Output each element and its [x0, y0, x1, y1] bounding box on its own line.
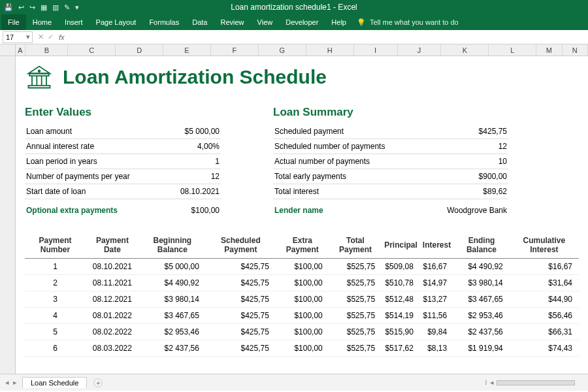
cell[interactable]: $100,00: [276, 324, 329, 340]
ribbon-tab-developer[interactable]: Developer: [279, 14, 325, 30]
cell[interactable]: $100,00: [276, 340, 329, 357]
cell[interactable]: $66,31: [510, 324, 579, 340]
next-sheet-icon[interactable]: ▸: [13, 378, 17, 387]
cell[interactable]: $13,27: [420, 291, 453, 308]
cell[interactable]: $2 437,56: [453, 324, 510, 340]
scroll-left-icon[interactable]: ◂: [490, 378, 494, 387]
ribbon-tab-data[interactable]: Data: [186, 14, 214, 30]
cell[interactable]: $425,75: [206, 340, 276, 357]
cell[interactable]: $425,75: [206, 291, 276, 308]
cell[interactable]: 5: [25, 324, 86, 340]
cell[interactable]: $56,46: [510, 308, 579, 324]
cell[interactable]: $525,75: [329, 324, 382, 340]
table-row[interactable]: 608.03.2022$2 437,56$425,75$100,00$525,7…: [25, 340, 579, 357]
ribbon-tab-page-layout[interactable]: Page Layout: [90, 14, 143, 30]
cell[interactable]: $425,75: [206, 324, 276, 340]
cell[interactable]: $515,90: [382, 324, 420, 340]
col-header[interactable]: L: [489, 44, 536, 56]
col-header[interactable]: C: [68, 44, 116, 56]
brush-icon[interactable]: ✎: [64, 3, 70, 12]
cell[interactable]: $44,90: [510, 291, 579, 308]
cell[interactable]: 3: [25, 291, 86, 308]
cell[interactable]: $2 953,46: [453, 308, 510, 324]
cell[interactable]: $14,97: [420, 275, 453, 291]
cell[interactable]: $1 919,94: [453, 340, 510, 357]
h-scrollbar[interactable]: [497, 380, 575, 385]
cell[interactable]: $2 437,56: [139, 340, 206, 357]
select-all-corner[interactable]: [0, 44, 16, 56]
col-header[interactable]: G: [259, 44, 306, 56]
cell[interactable]: $16,67: [420, 259, 453, 275]
sheet-tab-active[interactable]: Loan Schedule: [22, 377, 87, 388]
formula-input[interactable]: [70, 31, 588, 43]
cancel-icon[interactable]: ✕: [38, 33, 44, 41]
cell[interactable]: 08.12.2021: [86, 291, 139, 308]
cell[interactable]: 08.10.2021: [86, 259, 139, 275]
cell[interactable]: 08.01.2022: [86, 308, 139, 324]
cell[interactable]: $512,48: [382, 291, 420, 308]
cell[interactable]: $525,75: [329, 308, 382, 324]
redo-icon[interactable]: ↪: [29, 3, 35, 12]
cell[interactable]: 2: [25, 275, 86, 291]
col-header[interactable]: A: [16, 44, 26, 56]
cell[interactable]: $100,00: [276, 308, 329, 324]
extra-payments-value[interactable]: $100,00: [191, 206, 220, 215]
cell[interactable]: $3 467,65: [453, 291, 510, 308]
undo-icon[interactable]: ↩: [18, 3, 24, 12]
lender-value[interactable]: Woodgrove Bank: [447, 206, 507, 215]
cell[interactable]: $514,19: [382, 308, 420, 324]
cell[interactable]: $16,67: [510, 259, 579, 275]
ribbon-tab-formulas[interactable]: Formulas: [142, 14, 186, 30]
ribbon-tab-insert[interactable]: Insert: [58, 14, 90, 30]
table-row[interactable]: 108.10.2021$5 000,00$425,75$100,00$525,7…: [25, 259, 579, 275]
cell[interactable]: $3 467,65: [139, 308, 206, 324]
worksheet-canvas[interactable]: Loan Amortization Schedule Enter Values …: [16, 56, 588, 374]
cell[interactable]: $100,00: [276, 291, 329, 308]
table-row[interactable]: 408.01.2022$3 467,65$425,75$100,00$525,7…: [25, 308, 579, 324]
qat-dropdown-icon[interactable]: ▾: [75, 3, 79, 12]
col-header[interactable]: B: [25, 44, 68, 56]
cell[interactable]: $525,75: [329, 259, 382, 275]
cell[interactable]: 6: [25, 340, 86, 357]
cell[interactable]: $8,13: [420, 340, 453, 357]
cell[interactable]: $525,75: [329, 275, 382, 291]
ribbon-tab-review[interactable]: Review: [214, 14, 250, 30]
cell[interactable]: $425,75: [206, 259, 276, 275]
table-row[interactable]: 308.12.2021$3 980,14$425,75$100,00$525,7…: [25, 291, 579, 308]
cell[interactable]: 08.03.2022: [86, 340, 139, 357]
ribbon-tab-home[interactable]: Home: [26, 14, 58, 30]
kv-value[interactable]: 1: [215, 157, 220, 166]
cell[interactable]: $525,75: [329, 291, 382, 308]
cell[interactable]: $5 000,00: [139, 259, 206, 275]
kv-value[interactable]: 08.10.2021: [180, 187, 220, 196]
cell[interactable]: $4 490,92: [453, 259, 510, 275]
col-header[interactable]: F: [211, 44, 259, 56]
name-box-input[interactable]: [3, 33, 24, 41]
check-icon[interactable]: ✓: [48, 33, 54, 41]
cell[interactable]: 08.11.2021: [86, 275, 139, 291]
qat-icon[interactable]: ▥: [52, 3, 59, 12]
col-header[interactable]: I: [354, 44, 398, 56]
cell[interactable]: $3 980,14: [139, 291, 206, 308]
name-box[interactable]: ▾: [3, 31, 33, 43]
fx-icon[interactable]: fx: [59, 33, 65, 41]
cell[interactable]: $525,75: [329, 340, 382, 357]
col-header[interactable]: M: [536, 44, 562, 56]
cell[interactable]: 1: [25, 259, 86, 275]
tellme-text[interactable]: Tell me what you want to do: [370, 18, 459, 26]
ribbon-tab-view[interactable]: View: [251, 14, 280, 30]
chevron-down-icon[interactable]: ▾: [24, 33, 32, 41]
table-row[interactable]: 208.11.2021$4 490,92$425,75$100,00$525,7…: [25, 275, 579, 291]
cell[interactable]: $510,78: [382, 275, 420, 291]
col-header[interactable]: D: [116, 44, 163, 56]
col-header[interactable]: E: [163, 44, 211, 56]
cell[interactable]: $31,64: [510, 275, 579, 291]
col-header[interactable]: H: [306, 44, 354, 56]
cell[interactable]: 4: [25, 308, 86, 324]
qat-icon[interactable]: ▦: [41, 3, 47, 12]
ribbon-tab-help[interactable]: Help: [325, 14, 353, 30]
cell[interactable]: $74,43: [510, 340, 579, 357]
cell[interactable]: 08.02.2022: [86, 324, 139, 340]
cell[interactable]: $11,56: [420, 308, 453, 324]
cell[interactable]: $9,84: [420, 324, 453, 340]
